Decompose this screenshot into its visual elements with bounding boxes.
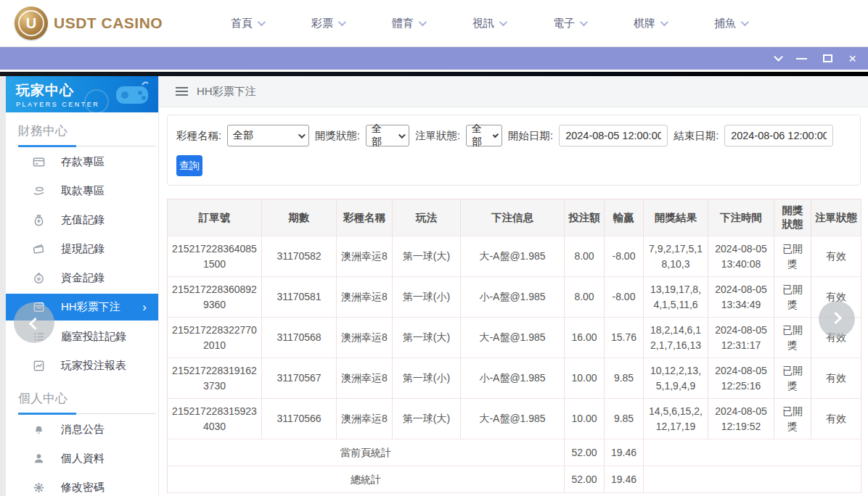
person-icon bbox=[32, 452, 45, 465]
close-icon[interactable]: × bbox=[848, 51, 856, 65]
table-row: 215217228322770201031170568澳洲幸运8第一球(大)大-… bbox=[168, 318, 861, 358]
table-row: 215217228319162373031170567澳洲幸运8第一球(小)小-… bbox=[168, 358, 861, 399]
sidebar-item-funds-record[interactable]: 資金記錄 bbox=[6, 263, 158, 292]
query-button[interactable]: 查詢 bbox=[176, 155, 202, 176]
logo-text: USDT CASINO bbox=[54, 15, 163, 32]
collapse-sidebar-arrow[interactable] bbox=[14, 302, 54, 343]
players-center-banner: 玩家中心 PLAYERS CENTER bbox=[6, 76, 158, 112]
col-order-id: 訂單號 bbox=[168, 199, 262, 236]
logo-monogram: U bbox=[26, 15, 36, 32]
grand-bet-total: 52.00 bbox=[565, 466, 605, 493]
brand-logo[interactable]: U USDT CASINO bbox=[15, 7, 181, 40]
nav-item-fishing[interactable]: 捕魚 bbox=[714, 17, 747, 30]
chevron-down-icon bbox=[499, 18, 507, 26]
submenu-arrow-icon: › bbox=[142, 300, 147, 315]
logo-coin-icon: U bbox=[15, 7, 48, 40]
chevron-right-icon bbox=[830, 312, 842, 324]
lottery-name-select[interactable]: 全部 bbox=[227, 125, 309, 146]
col-lottery-name: 彩種名稱 bbox=[337, 199, 393, 236]
col-order-status: 注單狀態 bbox=[811, 199, 861, 236]
sidebar-item-profile[interactable]: 個人資料 bbox=[6, 444, 158, 473]
table-header-row: 訂單號 期數 彩種名稱 玩法 下注信息 投注額 輸贏 開獎結果 下注時間 開獎狀… bbox=[168, 199, 861, 236]
maximize-icon[interactable] bbox=[823, 54, 832, 62]
table-row: 215217228315923403031170566澳洲幸运8第一球(大)大-… bbox=[168, 399, 861, 439]
gear-icon bbox=[32, 481, 45, 494]
minimize-icon[interactable] bbox=[796, 58, 807, 59]
nav-item-cards[interactable]: 棋牌 bbox=[634, 17, 666, 30]
col-bet-info: 下注信息 bbox=[461, 199, 565, 236]
funds-coin-icon bbox=[32, 271, 45, 284]
hamburger-icon[interactable] bbox=[176, 87, 188, 96]
nav-item-sports[interactable]: 體育 bbox=[392, 17, 425, 30]
col-draw-result: 開獎結果 bbox=[644, 199, 708, 236]
end-date-input[interactable] bbox=[724, 125, 833, 146]
draw-status-select[interactable]: 全部 bbox=[366, 125, 409, 146]
section-underline bbox=[18, 413, 156, 415]
page-bet-total: 52.00 bbox=[565, 439, 605, 466]
select-chevron-icon bbox=[398, 131, 406, 139]
page-title: HH彩票下注 bbox=[197, 85, 256, 99]
breadcrumb-bar: HH彩票下注 bbox=[159, 76, 868, 107]
sidebar-item-change-password[interactable]: 修改密碼 bbox=[6, 473, 158, 496]
col-winloss: 輸贏 bbox=[605, 199, 644, 236]
withdrawal-wallet-icon bbox=[32, 242, 45, 255]
gamepad-icon bbox=[113, 80, 151, 107]
table-row: 215217228364085150031170582澳洲幸运8第一球(大)大-… bbox=[168, 236, 861, 277]
chevron-down-icon bbox=[741, 18, 749, 26]
lottery-name-label: 彩種名稱: bbox=[176, 129, 221, 143]
section-underline bbox=[18, 145, 156, 147]
nav-item-lottery[interactable]: 彩票 bbox=[311, 17, 344, 30]
chevron-down-icon bbox=[419, 18, 427, 26]
page-winloss-total: 19.46 bbox=[605, 439, 644, 466]
sidebar-item-recharge-record[interactable]: 充值記錄 bbox=[6, 205, 158, 234]
bets-table: 訂單號 期數 彩種名稱 玩法 下注信息 投注額 輸贏 開獎結果 下注時間 開獎狀… bbox=[167, 199, 861, 493]
banner-bubble bbox=[84, 89, 109, 112]
nav-item-home[interactable]: 首頁 bbox=[231, 17, 263, 30]
window-left-edge bbox=[0, 76, 6, 496]
col-play: 玩法 bbox=[393, 199, 461, 236]
col-bet-amount: 投注額 bbox=[565, 199, 605, 236]
col-draw-status: 開獎狀態 bbox=[774, 199, 811, 236]
recharge-bag-icon bbox=[32, 213, 45, 226]
grand-winloss-total: 19.46 bbox=[605, 466, 644, 493]
select-chevron-icon bbox=[298, 131, 306, 139]
collapse-chevron-icon[interactable] bbox=[774, 52, 783, 62]
grand-summary-label: 總統計 bbox=[168, 466, 565, 493]
sidebar-item-announcements[interactable]: 消息公告 bbox=[6, 415, 158, 444]
sidebar-item-player-report[interactable]: 玩家投注報表 bbox=[6, 351, 158, 380]
draw-status-label: 開獎狀態: bbox=[315, 129, 360, 143]
grand-summary-row: 總統計 52.00 19.46 bbox=[168, 466, 861, 493]
withdraw-hand-icon bbox=[32, 184, 45, 197]
sidebar: 玩家中心 PLAYERS CENTER 財務中心 存款專區 取款專區 充值記錄 bbox=[6, 76, 159, 496]
window-titlebar: × bbox=[0, 46, 868, 72]
end-date-label: 結束日期: bbox=[673, 129, 718, 143]
section-title-finance: 財務中心 bbox=[6, 112, 158, 145]
start-date-label: 開始日期: bbox=[508, 129, 553, 143]
sidebar-item-withdraw[interactable]: 取款專區 bbox=[6, 176, 158, 205]
page-summary-row: 當前頁統計 52.00 19.46 bbox=[168, 439, 861, 466]
order-status-label: 注單狀態: bbox=[415, 129, 460, 143]
sidebar-item-withdrawal-record[interactable]: 提現記錄 bbox=[6, 234, 158, 263]
content-area: HH彩票下注 彩種名稱: 全部 開獎狀態: 全部 注單狀態: 全部 開始日期: … bbox=[159, 76, 868, 496]
report-chart-icon bbox=[32, 359, 45, 372]
sidebar-item-deposit[interactable]: 存款專區 bbox=[6, 147, 158, 176]
chevron-left-icon bbox=[29, 318, 41, 330]
col-issue: 期數 bbox=[262, 199, 337, 236]
chevron-down-icon bbox=[580, 18, 588, 26]
nav-item-slots[interactable]: 電子 bbox=[553, 17, 586, 30]
main-navigation: 首頁 彩票 體育 視訊 電子 棋牌 捕魚 bbox=[231, 17, 853, 30]
deposit-card-icon bbox=[32, 155, 45, 168]
table-row: 215217228360892936031170581澳洲幸运8第一球(小)小-… bbox=[168, 277, 861, 318]
select-chevron-icon bbox=[492, 131, 499, 138]
filter-panel: 彩種名稱: 全部 開獎狀態: 全部 注單狀態: 全部 開始日期: 結束日期: 查… bbox=[167, 115, 861, 186]
order-status-select[interactable]: 全部 bbox=[466, 125, 502, 146]
chevron-down-icon bbox=[338, 18, 346, 26]
col-bet-time: 下注時間 bbox=[708, 199, 774, 236]
expand-panel-arrow[interactable] bbox=[819, 301, 855, 337]
chevron-down-icon bbox=[660, 18, 668, 26]
nav-item-live[interactable]: 視訊 bbox=[472, 17, 505, 30]
start-date-input[interactable] bbox=[559, 125, 668, 146]
page-summary-label: 當前頁統計 bbox=[168, 439, 565, 466]
section-title-personal: 個人中心 bbox=[6, 380, 158, 413]
chevron-down-icon bbox=[258, 18, 266, 26]
